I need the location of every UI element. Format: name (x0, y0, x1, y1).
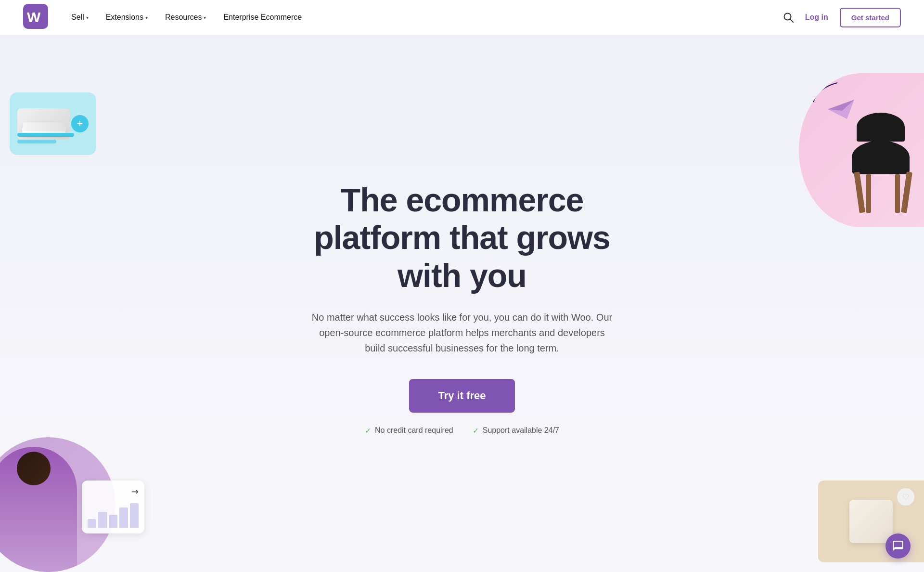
chat-button[interactable] (886, 533, 911, 559)
bar-2 (17, 140, 56, 143)
shoe-card: + (10, 92, 96, 155)
svg-text:W: W (27, 9, 41, 25)
chair-leg-mid-left (866, 174, 871, 213)
search-button[interactable] (783, 12, 794, 23)
extensions-chevron-icon: ▾ (145, 15, 148, 20)
chart-bar-1 (88, 519, 96, 528)
trust-badges: ✓ No credit card required ✓ Support avai… (279, 426, 645, 435)
logo[interactable]: W (23, 4, 48, 31)
chair-leg-left (854, 172, 865, 213)
chair-leg-mid-right (895, 174, 900, 213)
chat-icon (892, 540, 904, 552)
chair-image (842, 117, 919, 213)
nav-resources[interactable]: Resources ▾ (165, 13, 206, 22)
heart-icon: ♡ (897, 488, 914, 506)
try-free-button[interactable]: Try it free (409, 379, 514, 413)
nav-enterprise[interactable]: Enterprise Ecommerce (223, 13, 302, 22)
chair-back (857, 113, 905, 142)
person-head (17, 452, 51, 485)
hero-subtitle: No matter what success looks like for yo… (308, 310, 616, 356)
login-link[interactable]: Log in (805, 13, 828, 22)
deco-right: ♡ (789, 64, 924, 572)
trust-label-2: Support available 24/7 (483, 426, 559, 435)
get-started-button[interactable]: Get started (840, 8, 901, 27)
chair-seat (852, 141, 910, 174)
chair-leg-right (901, 172, 912, 213)
nav-links: Sell ▾ Extensions ▾ Resources ▾ Enterpri… (71, 13, 783, 22)
person-silhouette (0, 447, 77, 572)
person-circle (0, 437, 116, 572)
chart-bar-5 (130, 503, 139, 528)
checkmark-icon-2: ✓ (473, 426, 479, 435)
hero-title: The ecommerce platform that grows with y… (279, 181, 645, 294)
svg-marker-5 (828, 100, 854, 119)
trend-arrow-icon: ↗ (128, 485, 141, 498)
svg-line-4 (790, 19, 793, 22)
add-to-cart-icon: + (71, 115, 89, 132)
hero-section: + ↗ (0, 35, 924, 572)
curve-line (808, 78, 847, 107)
bar-1 (17, 133, 74, 137)
svg-marker-6 (828, 100, 854, 111)
trust-badge-support: ✓ Support available 24/7 (473, 426, 559, 435)
trust-badge-credit-card: ✓ No credit card required (365, 426, 453, 435)
navbar: W Sell ▾ Extensions ▾ Resources ▾ Enterp… (0, 0, 924, 35)
checkmark-icon-1: ✓ (365, 426, 371, 435)
chart-bars (88, 499, 139, 528)
deco-left: + ↗ (0, 73, 135, 572)
hero-content: The ecommerce platform that grows with y… (279, 181, 645, 435)
nav-extensions[interactable]: Extensions ▾ (106, 13, 148, 22)
chart-bar-2 (98, 512, 107, 528)
product-image (849, 500, 893, 543)
shoe-bars (17, 133, 89, 146)
chart-bar-3 (109, 515, 117, 528)
resources-chevron-icon: ▾ (204, 15, 206, 20)
nav-right: Log in Get started (783, 8, 901, 27)
sell-chevron-icon: ▾ (86, 15, 89, 20)
shoe-image (17, 108, 70, 140)
chart-card: ↗ (82, 481, 144, 533)
pink-circle (799, 73, 924, 227)
trust-label-1: No credit card required (375, 426, 453, 435)
chart-bar-4 (119, 507, 128, 528)
nav-sell[interactable]: Sell ▾ (71, 13, 89, 22)
paper-plane-icon (828, 97, 857, 123)
